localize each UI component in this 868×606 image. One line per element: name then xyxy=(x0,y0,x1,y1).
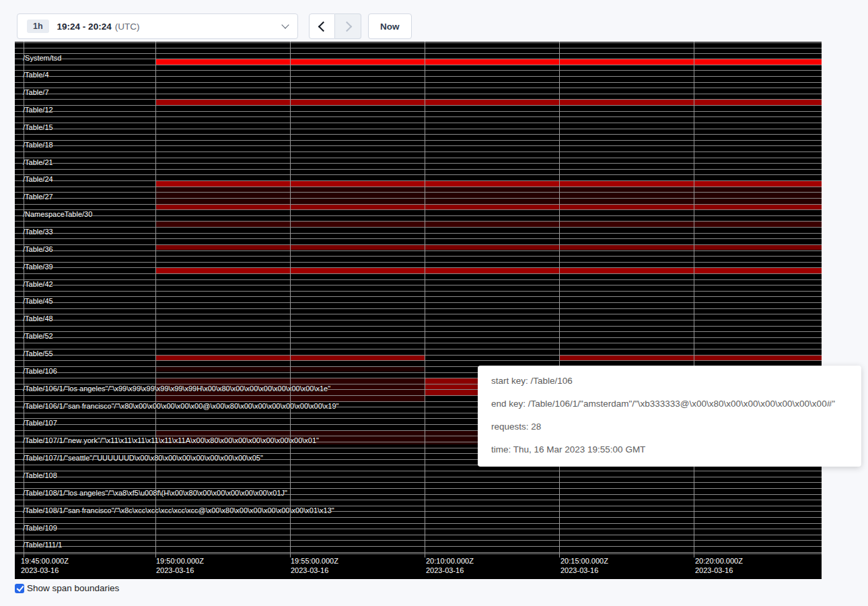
chevron-down-icon xyxy=(281,21,289,28)
h-gridline xyxy=(15,204,822,205)
row-label: /Table/24 xyxy=(23,176,53,183)
h-gridline xyxy=(15,535,822,535)
h-gridline xyxy=(15,192,822,193)
v-gridline xyxy=(694,42,694,558)
h-gridline xyxy=(15,360,822,361)
h-gridline xyxy=(15,158,822,158)
row-label: /System/tsd xyxy=(23,55,61,62)
x-axis-time: 19:45:00.000Z xyxy=(21,556,69,566)
h-gridline xyxy=(15,262,822,263)
h-gridline xyxy=(15,88,822,88)
heat-band xyxy=(156,187,822,204)
bucket-tooltip: start key: /Table/106 end key: /Table/10… xyxy=(478,366,861,467)
h-gridline xyxy=(15,116,822,117)
h-gridline xyxy=(15,546,822,547)
h-gridline xyxy=(15,123,822,123)
row-label: /NamespaceTable/30 xyxy=(23,211,92,218)
heat-band xyxy=(156,180,822,187)
row-label: /Table/55 xyxy=(23,350,53,358)
h-gridline xyxy=(15,209,822,210)
h-gridline xyxy=(15,337,822,338)
row-label: /Table/48 xyxy=(23,315,53,323)
now-button[interactable]: Now xyxy=(368,13,412,39)
toolbar: 1h 19:24 - 20:24 (UTC) Now xyxy=(17,13,412,39)
row-label: /Table/7 xyxy=(23,89,49,96)
key-visualizer-canvas[interactable]: /System/tsd/Table/4/Table/7/Table/12/Tab… xyxy=(15,42,822,579)
h-gridline xyxy=(15,59,822,59)
h-gridline xyxy=(15,76,822,77)
row-label: /Table/108/1/"san francisco"/"\x8c\xcc\x… xyxy=(23,507,334,514)
range-nav-group xyxy=(309,13,361,39)
h-gridline xyxy=(15,517,822,518)
h-gridline xyxy=(15,553,822,554)
range-text: 19:24 - 20:24 xyxy=(57,22,112,32)
v-gridline xyxy=(425,42,425,558)
row-label: /Table/107/1/"new york"/"\x11\x11\x11\x1… xyxy=(23,437,319,444)
h-gridline xyxy=(15,314,822,314)
x-axis-tick: 19:55:00.000Z2023-03-16 xyxy=(291,556,338,575)
range-utc-suffix: (UTC) xyxy=(115,22,140,32)
h-gridline xyxy=(15,244,822,245)
row-label: /Table/12 xyxy=(23,106,53,114)
x-axis-tick: 20:15:00.000Z2023-03-16 xyxy=(560,556,608,575)
h-gridline xyxy=(15,238,822,239)
row-label: /Table/33 xyxy=(23,228,53,236)
h-gridline xyxy=(15,70,822,71)
h-gridline xyxy=(15,53,822,54)
h-gridline xyxy=(15,163,822,164)
show-span-boundaries-label: Show span boundaries xyxy=(27,583,119,593)
row-label: /Table/52 xyxy=(23,333,53,340)
h-gridline xyxy=(15,82,822,83)
h-gridline xyxy=(15,42,822,43)
row-label: /Table/108 xyxy=(23,472,57,479)
h-gridline xyxy=(15,134,822,135)
h-gridline xyxy=(15,355,822,356)
h-gridline xyxy=(15,198,822,199)
row-label: /Table/45 xyxy=(23,298,53,305)
h-gridline xyxy=(15,326,822,327)
row-label: /Table/18 xyxy=(23,141,53,149)
h-gridline xyxy=(15,129,822,129)
h-gridline xyxy=(15,267,822,268)
x-axis-time: 20:15:00.000Z xyxy=(560,556,608,566)
h-gridline xyxy=(15,296,822,297)
h-gridline xyxy=(15,308,822,309)
time-range-picker[interactable]: 1h 19:24 - 20:24 (UTC) xyxy=(17,13,298,39)
heat-band xyxy=(156,222,822,228)
row-label: /Table/109 xyxy=(23,525,57,532)
row-label: /Table/36 xyxy=(23,246,53,253)
x-axis-tick: 19:45:00.000Z2023-03-16 xyxy=(21,556,69,575)
v-gridline xyxy=(559,42,560,558)
row-label: /Table/39 xyxy=(23,263,53,271)
h-gridline xyxy=(15,174,822,175)
h-gridline xyxy=(15,65,822,65)
h-gridline xyxy=(15,105,822,106)
h-gridline xyxy=(15,471,822,471)
h-gridline xyxy=(15,152,822,152)
heat-band xyxy=(156,267,822,273)
x-axis-tick: 19:50:00.000Z2023-03-16 xyxy=(156,556,204,575)
x-axis-date: 2023-03-16 xyxy=(560,566,608,575)
next-range-button[interactable] xyxy=(335,13,361,39)
h-gridline xyxy=(15,227,822,228)
h-gridline xyxy=(15,233,822,234)
prev-range-button[interactable] xyxy=(309,13,335,39)
h-gridline xyxy=(15,302,822,303)
range-duration-badge: 1h xyxy=(27,20,49,33)
heat-band xyxy=(156,59,822,65)
show-span-boundaries-checkbox[interactable] xyxy=(15,584,24,593)
heat-band xyxy=(156,99,822,105)
h-gridline xyxy=(15,540,822,541)
h-gridline xyxy=(15,140,822,141)
row-label: /Table/4 xyxy=(23,71,49,79)
tooltip-start-key: start key: /Table/106 xyxy=(491,376,852,386)
heat-band xyxy=(559,355,822,361)
h-gridline xyxy=(15,349,822,349)
h-gridline xyxy=(15,529,822,529)
tooltip-time: time: Thu, 16 Mar 2023 19:55:00 GMT xyxy=(491,445,852,454)
row-label: /Table/107 xyxy=(23,419,57,427)
x-axis-time: 19:55:00.000Z xyxy=(291,556,338,566)
x-axis-date: 2023-03-16 xyxy=(695,566,743,575)
h-gridline xyxy=(15,482,822,483)
chevron-left-icon xyxy=(318,21,329,32)
